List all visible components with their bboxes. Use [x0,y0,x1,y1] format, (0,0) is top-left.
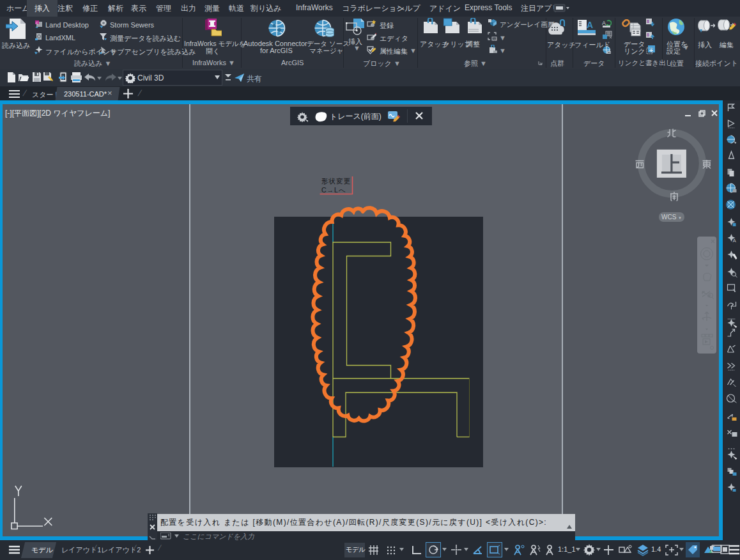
svg-text:A: A [733,238,737,244]
svg-text:A: A [602,20,606,26]
svg-text:8: 8 [647,33,649,37]
svg-text:A: A [587,20,593,30]
svg-text:C: C [36,21,39,25]
svg-text:8: 8 [647,19,649,24]
svg-text:(n): (n) [493,37,497,41]
